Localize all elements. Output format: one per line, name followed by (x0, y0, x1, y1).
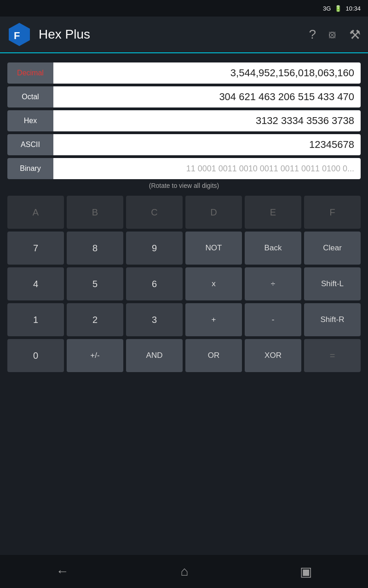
key-2[interactable]: 2 (67, 303, 123, 336)
ascii-mode-button[interactable]: ASCII (7, 134, 53, 155)
key-plus[interactable]: + (185, 303, 242, 336)
key-D[interactable]: D (185, 196, 242, 229)
hex-row: Hex 3132 3334 3536 3738 (7, 110, 361, 131)
hex-mode-button[interactable]: Hex (7, 110, 53, 131)
key-equals[interactable]: = (304, 339, 361, 372)
key-7[interactable]: 7 (7, 232, 64, 265)
close-button[interactable]: ⦻ (327, 28, 338, 41)
key-1[interactable]: 1 (7, 303, 64, 336)
key-C[interactable]: C (126, 196, 183, 229)
key-B[interactable]: B (67, 196, 123, 229)
key-AND[interactable]: AND (126, 339, 183, 372)
key-Back[interactable]: Back (245, 232, 301, 265)
key-8[interactable]: 8 (67, 232, 123, 265)
key-0[interactable]: 0 (7, 339, 64, 372)
keypad: A B C D E F 7 8 9 NOT Back Clear 4 5 6 x… (7, 196, 361, 372)
nav-recent-button[interactable]: ▣ (300, 564, 312, 579)
status-bar: 3G 🔋 10:34 (0, 0, 368, 17)
decimal-row: Decimal 3,544,952,156,018,063,160 (7, 62, 361, 84)
octal-mode-button[interactable]: Octal (7, 86, 53, 107)
app-bar: F Hex Plus ? ⦻ ⚒ (0, 17, 368, 53)
key-3[interactable]: 3 (126, 303, 183, 336)
key-multiply[interactable]: x (185, 267, 242, 300)
key-E[interactable]: E (245, 196, 301, 229)
binary-row: Binary 11 0001 0011 0010 0011 0011 0011 … (7, 158, 361, 179)
svg-text:F: F (14, 30, 20, 41)
key-9[interactable]: 9 (126, 232, 183, 265)
key-XOR[interactable]: XOR (245, 339, 301, 372)
key-4[interactable]: 4 (7, 267, 64, 300)
nav-home-button[interactable]: ⌂ (181, 564, 189, 579)
key-Clear[interactable]: Clear (304, 232, 361, 265)
key-6[interactable]: 6 (126, 267, 183, 300)
binary-display: 11 0001 0011 0010 0011 0011 0011 0100 0.… (53, 158, 361, 179)
help-button[interactable]: ? (309, 27, 316, 42)
time-display: 10:34 (345, 5, 361, 12)
settings-button[interactable]: ⚒ (349, 27, 361, 42)
octal-display: 304 621 463 206 515 433 470 (53, 86, 361, 107)
decimal-display: 3,544,952,156,018,063,160 (53, 62, 361, 84)
key-5[interactable]: 5 (67, 267, 123, 300)
hex-display: 3132 3334 3536 3738 (53, 110, 361, 131)
app-title: Hex Plus (39, 27, 298, 42)
key-OR[interactable]: OR (185, 339, 242, 372)
octal-row: Octal 304 621 463 206 515 433 470 (7, 86, 361, 107)
rotate-hint: (Rotate to view all digits) (7, 182, 361, 189)
ascii-display: 12345678 (53, 134, 361, 155)
nav-back-button[interactable]: ← (56, 564, 69, 579)
display-rows: Decimal 3,544,952,156,018,063,160 Octal … (7, 62, 361, 179)
battery-icon: 🔋 (334, 5, 342, 12)
signal-indicator: 3G (323, 5, 331, 12)
key-NOT[interactable]: NOT (185, 232, 242, 265)
key-A[interactable]: A (7, 196, 64, 229)
decimal-mode-button[interactable]: Decimal (7, 62, 53, 84)
key-plusminus[interactable]: +/- (67, 339, 123, 372)
key-divide[interactable]: ÷ (245, 267, 301, 300)
app-logo: F (7, 23, 31, 46)
key-minus[interactable]: - (245, 303, 301, 336)
key-shiftR[interactable]: Shift-R (304, 303, 361, 336)
ascii-row: ASCII 12345678 (7, 134, 361, 155)
binary-mode-button[interactable]: Binary (7, 158, 53, 179)
main-content: Decimal 3,544,952,156,018,063,160 Octal … (0, 53, 368, 377)
nav-bar: ← ⌂ ▣ (0, 555, 368, 588)
key-shiftL[interactable]: Shift-L (304, 267, 361, 300)
key-F[interactable]: F (304, 196, 361, 229)
